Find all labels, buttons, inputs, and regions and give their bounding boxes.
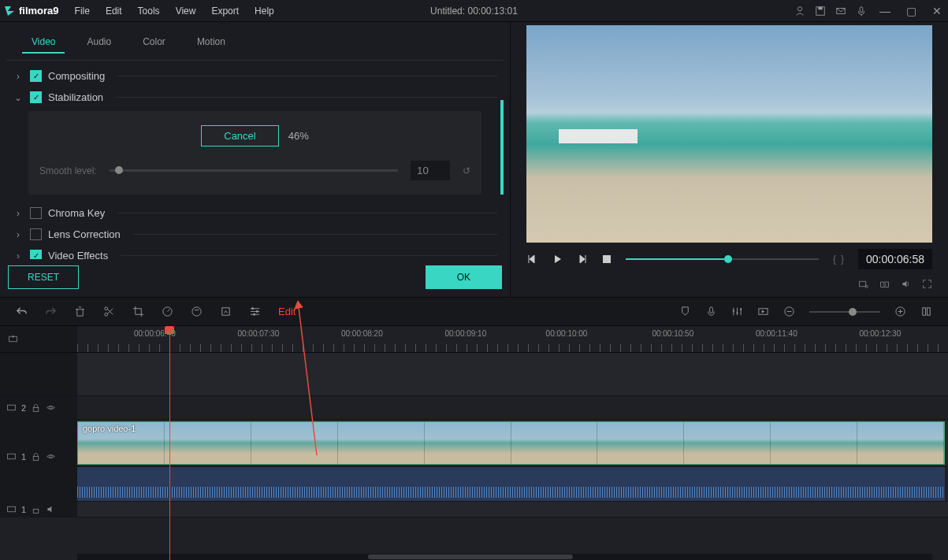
track-body-extra[interactable] bbox=[77, 502, 948, 517]
preview-panel: {} 00:00:06:58 bbox=[511, 22, 948, 297]
snapshot-icon[interactable] bbox=[879, 279, 890, 289]
eye-icon[interactable] bbox=[46, 451, 56, 462]
minimize-button[interactable]: — bbox=[876, 3, 894, 19]
menu-help[interactable]: Help bbox=[248, 2, 281, 20]
mail-icon[interactable] bbox=[835, 6, 846, 17]
range-markers[interactable]: {} bbox=[833, 254, 844, 265]
audio-clip[interactable] bbox=[77, 467, 945, 501]
quality-icon[interactable] bbox=[858, 279, 868, 289]
tab-video[interactable]: Video bbox=[22, 32, 65, 54]
split-icon[interactable] bbox=[103, 306, 115, 317]
setting-stabilization[interactable]: ⌄ ✓ Stabilization bbox=[6, 87, 504, 108]
zoom-thumb[interactable] bbox=[849, 308, 857, 316]
crop-icon[interactable] bbox=[132, 306, 144, 317]
zoom-slider[interactable] bbox=[809, 311, 880, 313]
undo-icon[interactable] bbox=[16, 306, 28, 317]
chevron-right-icon[interactable]: › bbox=[13, 250, 24, 260]
close-button[interactable]: ✕ bbox=[929, 3, 945, 19]
green-screen-icon[interactable] bbox=[220, 306, 232, 317]
ruler-ticks bbox=[77, 344, 948, 352]
lock-icon[interactable] bbox=[31, 504, 41, 514]
setting-effects[interactable]: › ✓ Video Effects bbox=[6, 245, 504, 259]
mixer-icon[interactable] bbox=[731, 306, 743, 317]
account-icon[interactable] bbox=[794, 6, 805, 17]
chevron-right-icon[interactable]: › bbox=[13, 229, 24, 240]
mic-icon[interactable] bbox=[856, 6, 867, 17]
menu-view[interactable]: View bbox=[169, 2, 203, 20]
setting-compositing[interactable]: › ✓ Compositing bbox=[6, 65, 504, 87]
tab-motion[interactable]: Motion bbox=[188, 32, 235, 54]
lock-icon[interactable] bbox=[31, 451, 41, 462]
preview-viewport[interactable] bbox=[526, 25, 932, 243]
play-icon[interactable] bbox=[552, 254, 563, 265]
slider-thumb[interactable] bbox=[115, 166, 123, 174]
tab-audio[interactable]: Audio bbox=[77, 32, 121, 54]
ok-button[interactable]: OK bbox=[426, 265, 502, 289]
checkbox-chroma[interactable] bbox=[30, 207, 42, 219]
marker-icon[interactable] bbox=[679, 306, 691, 317]
effects-panel: Video Audio Color Motion › ✓ Compositing… bbox=[0, 22, 511, 297]
checkbox-lens[interactable] bbox=[30, 228, 42, 240]
chevron-right-icon[interactable]: › bbox=[13, 71, 24, 82]
render-icon[interactable] bbox=[757, 306, 769, 317]
divider bbox=[133, 234, 497, 235]
redo-icon[interactable] bbox=[45, 306, 57, 317]
stop-icon[interactable] bbox=[602, 254, 612, 264]
menu-tools[interactable]: Tools bbox=[132, 2, 166, 20]
chevron-down-icon[interactable]: ⌄ bbox=[13, 92, 24, 103]
preview-progress[interactable] bbox=[626, 258, 819, 260]
mute-icon[interactable] bbox=[46, 504, 56, 514]
color-icon[interactable] bbox=[191, 306, 203, 317]
track-body-v1[interactable]: gopro video-1 bbox=[77, 420, 948, 466]
save-icon[interactable] bbox=[815, 6, 826, 17]
video-clip[interactable]: gopro video-1 bbox=[77, 421, 945, 465]
prev-frame-icon[interactable] bbox=[526, 254, 537, 265]
reset-icon[interactable]: ↺ bbox=[463, 165, 470, 176]
chevron-right-icon[interactable]: › bbox=[13, 208, 24, 219]
track-empty bbox=[0, 353, 948, 396]
cancel-button[interactable]: Cancel bbox=[201, 125, 278, 146]
zoom-fit-icon[interactable] bbox=[920, 306, 932, 317]
delete-icon[interactable] bbox=[74, 306, 86, 317]
smooth-slider[interactable] bbox=[110, 169, 398, 172]
progress-thumb[interactable] bbox=[724, 255, 732, 263]
setting-lens[interactable]: › Lens Correction bbox=[6, 224, 504, 245]
fullscreen-icon[interactable] bbox=[922, 279, 932, 289]
ruler-label: 00:00:12:30 bbox=[859, 329, 901, 338]
label-chroma: Chroma Key bbox=[48, 207, 105, 219]
maximize-button[interactable]: ▢ bbox=[903, 3, 920, 19]
svg-point-17 bbox=[253, 313, 255, 316]
svg-point-9 bbox=[883, 284, 886, 286]
reset-button[interactable]: RESET bbox=[8, 265, 79, 289]
playhead-line[interactable] bbox=[169, 326, 170, 560]
menu-file[interactable]: File bbox=[69, 2, 96, 20]
main-menu: File Edit Tools View Export Help bbox=[69, 2, 281, 20]
lock-icon[interactable] bbox=[31, 402, 41, 413]
smooth-input[interactable] bbox=[411, 161, 450, 180]
scrollbar-thumb[interactable] bbox=[368, 554, 573, 559]
tab-color[interactable]: Color bbox=[133, 32, 175, 54]
record-vo-icon[interactable] bbox=[705, 306, 717, 317]
setting-chroma[interactable]: › Chroma Key bbox=[6, 202, 504, 224]
checkbox-effects[interactable]: ✓ bbox=[30, 250, 42, 259]
volume-icon[interactable] bbox=[901, 279, 911, 289]
menu-export[interactable]: Export bbox=[205, 2, 245, 20]
divider bbox=[117, 213, 497, 213]
eye-icon[interactable] bbox=[46, 402, 56, 413]
checkbox-stabilization[interactable]: ✓ bbox=[30, 91, 42, 103]
horizontal-scrollbar[interactable] bbox=[77, 554, 932, 560]
add-track-button[interactable] bbox=[0, 326, 77, 352]
svg-point-11 bbox=[105, 313, 108, 316]
speed-icon[interactable] bbox=[162, 306, 173, 317]
track-body-empty[interactable] bbox=[77, 353, 948, 395]
menu-edit[interactable]: Edit bbox=[99, 2, 128, 20]
next-frame-icon[interactable] bbox=[577, 254, 588, 265]
checkbox-compositing[interactable]: ✓ bbox=[30, 70, 42, 82]
track-body-v2[interactable] bbox=[77, 396, 948, 419]
time-ruler[interactable]: 00:00:06:40 00:00:07:30 00:00:08:20 00:0… bbox=[77, 326, 948, 352]
zoom-in-icon[interactable] bbox=[894, 306, 906, 317]
scrollbar-thumb[interactable] bbox=[500, 100, 504, 195]
zoom-out-icon[interactable] bbox=[783, 306, 795, 317]
edit-sliders-icon[interactable] bbox=[249, 306, 261, 317]
track-body-a1[interactable] bbox=[77, 467, 948, 501]
